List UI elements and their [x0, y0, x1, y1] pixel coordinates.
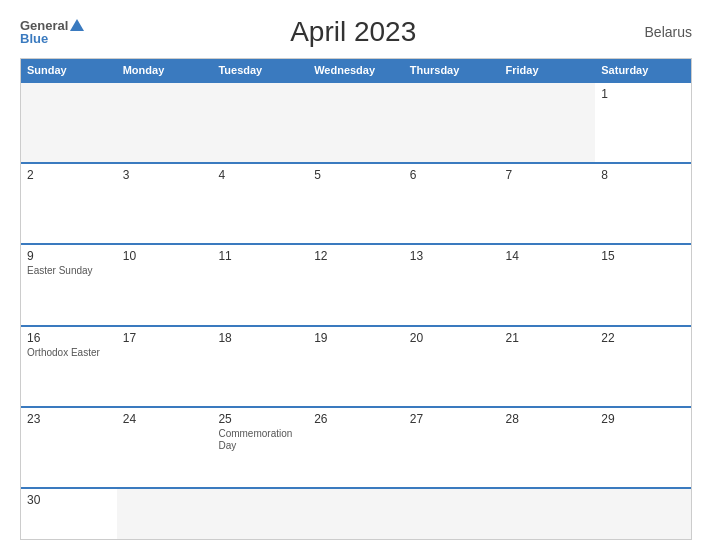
cell-apr-3: 3: [117, 164, 213, 243]
event-orthodox-easter: Orthodox Easter: [27, 347, 111, 359]
week-row-5: 23 24 25 Commemoration Day 26 27 28 29: [21, 406, 691, 487]
cell-empty-2: [117, 83, 213, 162]
cell-apr-7: 7: [500, 164, 596, 243]
cell-apr-21: 21: [500, 327, 596, 406]
cell-apr-8: 8: [595, 164, 691, 243]
calendar-header: Sunday Monday Tuesday Wednesday Thursday…: [21, 59, 691, 81]
cell-apr-28: 28: [500, 408, 596, 487]
calendar-body: 1 2 3 4 5 6 7 8 9 Easter Sunday 10 11: [21, 81, 691, 539]
cell-apr-20: 20: [404, 327, 500, 406]
cell-apr-24: 24: [117, 408, 213, 487]
cell-apr-30: 30: [21, 489, 117, 539]
cell-apr-2: 2: [21, 164, 117, 243]
col-wednesday: Wednesday: [308, 59, 404, 81]
cell-apr-19: 19: [308, 327, 404, 406]
cell-apr-5: 5: [308, 164, 404, 243]
col-monday: Monday: [117, 59, 213, 81]
cell-apr-26: 26: [308, 408, 404, 487]
event-commemoration-day: Commemoration Day: [218, 428, 302, 452]
event-easter-sunday: Easter Sunday: [27, 265, 111, 277]
week-row-1: 1: [21, 81, 691, 162]
cell-apr-29: 29: [595, 408, 691, 487]
cell-empty-11: [500, 489, 596, 539]
cell-empty-10: [404, 489, 500, 539]
cell-apr-17: 17: [117, 327, 213, 406]
calendar: Sunday Monday Tuesday Wednesday Thursday…: [20, 58, 692, 540]
cell-apr-18: 18: [212, 327, 308, 406]
cell-empty-7: [117, 489, 213, 539]
cell-apr-12: 12: [308, 245, 404, 324]
logo-triangle-icon: [70, 19, 84, 31]
cell-apr-4: 4: [212, 164, 308, 243]
week-row-6: 30: [21, 487, 691, 539]
cell-empty-6: [500, 83, 596, 162]
cell-empty-3: [212, 83, 308, 162]
cell-apr-25: 25 Commemoration Day: [212, 408, 308, 487]
cell-apr-9: 9 Easter Sunday: [21, 245, 117, 324]
cell-apr-13: 13: [404, 245, 500, 324]
cell-apr-14: 14: [500, 245, 596, 324]
cell-apr-11: 11: [212, 245, 308, 324]
week-row-3: 9 Easter Sunday 10 11 12 13 14 15: [21, 243, 691, 324]
page: General Blue April 2023 Belarus Sunday M…: [0, 0, 712, 550]
cell-apr-27: 27: [404, 408, 500, 487]
cell-empty-9: [308, 489, 404, 539]
col-sunday: Sunday: [21, 59, 117, 81]
logo-blue-text: Blue: [20, 32, 84, 45]
cell-empty-8: [212, 489, 308, 539]
logo: General Blue: [20, 19, 84, 45]
week-row-2: 2 3 4 5 6 7 8: [21, 162, 691, 243]
cell-apr-23: 23: [21, 408, 117, 487]
calendar-title: April 2023: [84, 16, 622, 48]
cell-apr-22: 22: [595, 327, 691, 406]
cell-apr-16: 16 Orthodox Easter: [21, 327, 117, 406]
country-label: Belarus: [622, 24, 692, 40]
col-thursday: Thursday: [404, 59, 500, 81]
cell-empty-12: [595, 489, 691, 539]
header: General Blue April 2023 Belarus: [20, 16, 692, 48]
col-tuesday: Tuesday: [212, 59, 308, 81]
cell-apr-1: 1: [595, 83, 691, 162]
col-saturday: Saturday: [595, 59, 691, 81]
week-row-4: 16 Orthodox Easter 17 18 19 20 21 22: [21, 325, 691, 406]
cell-apr-15: 15: [595, 245, 691, 324]
cell-empty-1: [21, 83, 117, 162]
col-friday: Friday: [500, 59, 596, 81]
cell-empty-5: [404, 83, 500, 162]
cell-apr-10: 10: [117, 245, 213, 324]
cell-empty-4: [308, 83, 404, 162]
day-num: 1: [601, 87, 685, 101]
cell-apr-6: 6: [404, 164, 500, 243]
